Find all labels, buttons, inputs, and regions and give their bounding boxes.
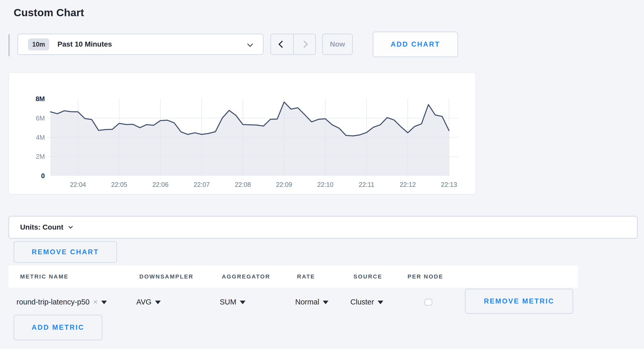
column-header-aggregator: AGGREGATOR [222,273,270,280]
aggregator-dropdown[interactable]: SUM [220,288,245,316]
chart-card: 22:0422:0522:0622:0722:0822:0922:1022:11… [9,73,476,194]
caret-down-icon [378,301,383,304]
remove-chart-button[interactable]: REMOVE CHART [14,241,117,263]
time-range-label: Past 10 Minutes [57,40,112,48]
time-series-chart[interactable]: 22:0422:0522:0622:0722:0822:0922:1022:11… [9,73,475,194]
per-node-checkbox[interactable] [425,299,432,306]
svg-text:8M: 8M [36,95,45,103]
downsampler-value: AVG [136,298,151,306]
column-header-metric-name: METRIC NAME [20,273,69,280]
svg-text:0: 0 [41,172,45,180]
svg-text:22:07: 22:07 [194,181,210,188]
caret-down-icon [240,301,245,304]
rate-dropdown[interactable]: Normal [295,288,328,316]
time-range-dropdown[interactable]: 10m Past 10 Minutes [18,34,264,55]
svg-text:22:05: 22:05 [111,181,127,188]
aggregator-value: SUM [220,298,236,306]
svg-text:22:11: 22:11 [359,181,375,188]
chevron-down-icon [247,41,253,47]
metric-table-header: METRIC NAME DOWNSAMPLER AGGREGATOR RATE … [9,265,578,288]
caret-down-icon [323,301,328,304]
time-nav-group [270,34,316,55]
toolbar-accent-bar [9,34,10,56]
page-title: Custom Chart [14,7,84,19]
caret-down-icon [155,301,161,304]
add-chart-button[interactable]: ADD CHART [373,32,458,57]
column-header-per-node: PER NODE [408,273,443,280]
caret-down-icon [101,301,107,304]
svg-text:22:06: 22:06 [152,181,168,188]
time-range-badge: 10m [28,38,49,50]
column-header-source: SOURCE [353,273,382,280]
nav-divider [293,34,294,54]
chevron-left-icon [278,41,286,48]
svg-text:22:13: 22:13 [441,181,457,188]
svg-text:6M: 6M [36,115,45,122]
next-time-button[interactable] [293,34,315,54]
svg-text:2M: 2M [36,153,45,160]
svg-text:4M: 4M [36,134,45,141]
units-label: Units: Count [20,223,63,231]
prev-time-button[interactable] [271,34,293,54]
svg-text:22:10: 22:10 [317,181,334,188]
metric-name-dropdown[interactable]: round-trip-latency-p50 × [16,288,107,316]
clear-metric-icon[interactable]: × [93,298,98,306]
source-dropdown[interactable]: Cluster [350,288,383,316]
svg-text:22:09: 22:09 [276,181,292,188]
remove-metric-button[interactable]: REMOVE METRIC [465,289,573,314]
rate-value: Normal [295,298,319,306]
units-dropdown[interactable]: Units: Count [9,216,638,239]
svg-text:22:04: 22:04 [70,181,86,188]
column-header-downsampler: DOWNSAMPLER [139,273,193,280]
svg-text:22:08: 22:08 [235,181,251,188]
now-button[interactable]: Now [322,34,353,55]
chevron-right-icon [301,41,308,48]
downsampler-dropdown[interactable]: AVG [136,288,161,316]
metric-table-row: round-trip-latency-p50 × AVG SUM Normal … [0,288,644,316]
svg-text:22:12: 22:12 [400,181,416,188]
source-value: Cluster [350,298,374,306]
add-metric-button[interactable]: ADD METRIC [14,315,102,340]
metric-name-value: round-trip-latency-p50 [16,298,90,306]
column-header-rate: RATE [297,273,315,280]
chevron-down-icon [68,224,73,229]
